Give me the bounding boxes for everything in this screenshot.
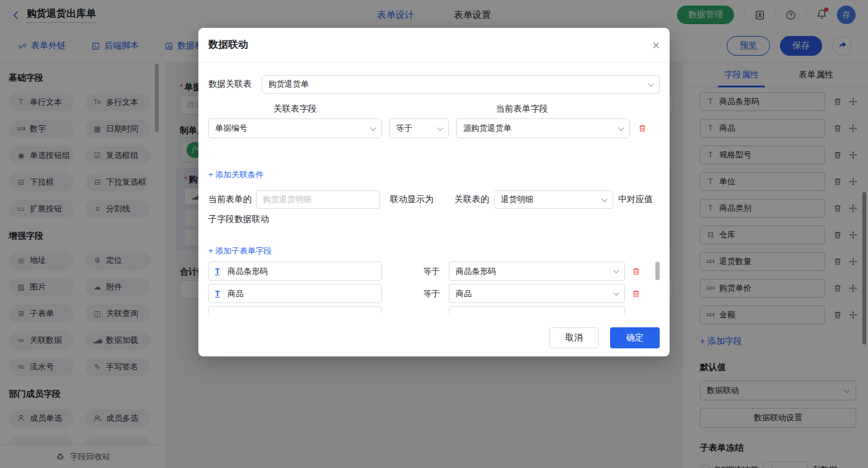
close-icon[interactable]: ×	[652, 39, 660, 51]
text-field-icon: T	[215, 289, 223, 298]
app-screen: 购货退货出库单 表单设计表单设置 数据管理 存 表单外链后端脚本数据权限 预览 …	[0, 0, 868, 468]
mapping-rel-label: 关联表的	[454, 194, 489, 205]
mapping-prefix-label: 当前表单的	[208, 194, 252, 205]
subfield-list-scrollbar[interactable]	[655, 262, 660, 280]
add-condition-link[interactable]: + 添加关联条件	[208, 169, 264, 180]
subfield-source-label: 商品	[228, 288, 244, 299]
cancel-button[interactable]: 取消	[549, 327, 599, 348]
mapping-middle-label: 联动显示为	[390, 194, 433, 205]
mapping-suffix-label: 中对应值	[618, 194, 653, 205]
chevron-down-icon	[613, 267, 619, 273]
subfield-row: T商品条形码等于商品条形码	[208, 262, 660, 281]
rel-subform-select[interactable]: 退货明细	[494, 190, 613, 209]
condition-column-headers: 关联表字段 当前表单字段	[208, 104, 660, 115]
col-header-right: 当前表单字段	[435, 104, 609, 115]
chevron-down-icon	[601, 196, 608, 202]
subfield-list: T商品条形码等于商品条形码T商品等于商品	[208, 262, 660, 314]
chevron-down-icon	[437, 125, 443, 131]
add-subfield-link[interactable]: + 添加子表单字段	[208, 245, 272, 257]
current-subform-field-input[interactable]: 购货退货明细	[256, 190, 380, 209]
delete-subfield-icon[interactable]	[631, 289, 641, 298]
rel-table-select[interactable]: 购货退货单	[262, 75, 660, 94]
subfield-target-select[interactable]	[449, 306, 625, 314]
condition-operator-select[interactable]: 等于	[389, 118, 449, 138]
operator-label: 等于	[423, 288, 441, 299]
delete-subfield-icon[interactable]	[631, 267, 641, 276]
modal-title: 数据联动	[208, 38, 248, 51]
subfield-source-field[interactable]	[208, 306, 382, 314]
condition-field-select[interactable]: 单据编号	[208, 118, 382, 138]
rel-table-label: 数据关联表	[208, 79, 252, 90]
subfield-source-field[interactable]: T商品条形码	[208, 262, 382, 281]
chevron-down-icon	[648, 81, 654, 87]
subfield-row: T商品等于商品	[208, 284, 660, 303]
chevron-down-icon	[618, 125, 624, 131]
condition-row: 单据编号 等于 源购货退货单	[208, 118, 660, 138]
chevron-down-icon	[370, 125, 376, 131]
subfield-target-select[interactable]: 商品条形码	[449, 262, 625, 281]
text-field-icon: T	[215, 267, 223, 276]
col-header-left: 关联表字段	[208, 104, 382, 115]
subfield-source-field[interactable]: T商品	[208, 284, 382, 303]
mapping-row: 当前表单的 购货退货明细 联动显示为 关联表的 退货明细 中对应值	[208, 190, 660, 209]
chevron-down-icon	[613, 289, 619, 296]
confirm-button[interactable]: 确定	[610, 327, 660, 348]
subfield-row	[208, 306, 660, 314]
operator-label: 等于	[423, 266, 441, 277]
delete-condition-icon[interactable]	[637, 124, 647, 133]
data-linkage-modal: 数据联动 × 数据关联表 购货退货单 关联表字段 当前表单字段 单据编号 等于 …	[198, 28, 670, 356]
subfield-target-select[interactable]: 商品	[449, 284, 625, 303]
subfield-source-label: 商品条形码	[228, 266, 268, 277]
subfield-section-header: 子字段数据联动	[208, 214, 660, 225]
condition-target-select[interactable]: 源购货退货单	[456, 118, 630, 138]
